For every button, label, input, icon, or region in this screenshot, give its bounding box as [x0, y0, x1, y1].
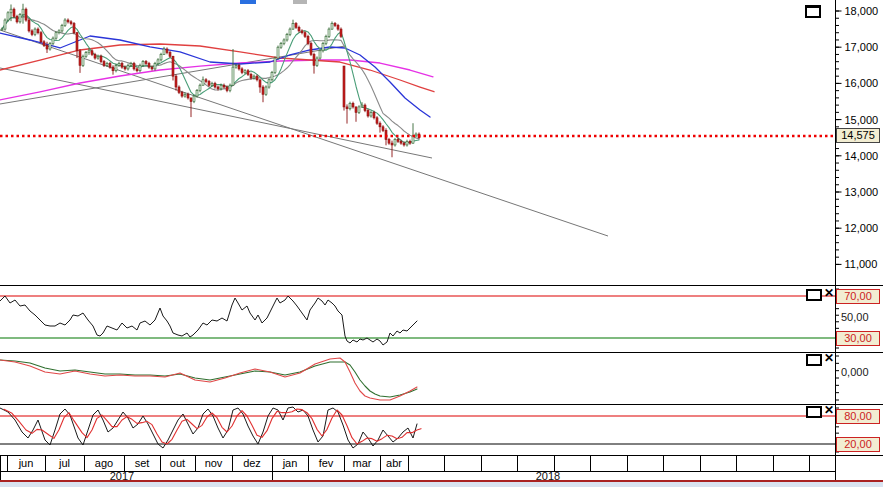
last-price-label: 14,575	[836, 128, 880, 143]
candle-body	[190, 98, 192, 102]
candle-body	[400, 141, 402, 143]
candle-body	[175, 76, 177, 87]
month-label: fev	[319, 457, 334, 469]
candle-body	[130, 63, 132, 65]
candle-body	[1, 29, 3, 30]
level-lines	[0, 136, 836, 444]
candle-body	[406, 141, 408, 145]
candle-body	[337, 25, 339, 29]
candle-body	[118, 63, 120, 65]
month-label: out	[170, 457, 185, 469]
candle-body	[304, 33, 306, 37]
candle-body	[136, 69, 138, 71]
candle-body	[148, 63, 150, 67]
candle-body	[145, 62, 147, 64]
candle-body	[58, 31, 60, 33]
chart-canvas[interactable]: 18,00017,00016,00015,00014,00013,00012,0…	[0, 0, 883, 487]
scrollbar-track-piece[interactable]	[293, 0, 307, 4]
candle-body	[328, 29, 330, 36]
candle-body	[241, 69, 243, 73]
axis-tick-label: 15,000	[845, 114, 879, 126]
stoch-maximize-icon[interactable]	[806, 406, 822, 418]
rsi-close-icon[interactable]: ✕	[822, 287, 836, 300]
candle-body	[151, 67, 153, 69]
candle-body	[298, 27, 300, 31]
month-label: ago	[95, 457, 113, 469]
candle-body	[355, 107, 357, 112]
candle-body	[217, 87, 219, 89]
candle-body	[295, 24, 297, 28]
maximize-icon[interactable]	[805, 5, 821, 18]
month-label: jul	[58, 457, 70, 469]
candle-body	[34, 29, 36, 34]
candle-body	[352, 103, 354, 107]
candle-body	[250, 74, 252, 78]
candle-body	[91, 51, 93, 55]
scrollbar-thumb[interactable]	[240, 0, 256, 4]
price-axis: 18,00017,00016,00015,00014,00013,00012,0…	[836, 5, 879, 452]
candle-body	[154, 63, 156, 68]
indicator-lines	[0, 296, 421, 448]
stoch-k-curve	[0, 407, 417, 448]
macd-maximize-icon[interactable]	[806, 354, 822, 366]
candle-body	[22, 9, 24, 14]
rsi-maximize-icon[interactable]	[806, 289, 822, 301]
candle-body	[388, 140, 390, 144]
candle-body	[409, 141, 411, 143]
candle-body	[61, 25, 63, 30]
axis-tick-label: 12,000	[845, 222, 879, 234]
axis-tick-label: 18,000	[845, 5, 879, 17]
candle-body	[313, 54, 315, 65]
window-bottom-strip	[0, 482, 883, 487]
candle-body	[283, 40, 285, 44]
candle-body	[202, 80, 204, 85]
candle-body	[343, 66, 345, 107]
candle-body	[238, 65, 240, 69]
candle-body	[25, 9, 27, 20]
candle-body	[76, 33, 78, 51]
candle-body	[208, 82, 210, 86]
month-label: dez	[243, 457, 261, 469]
candle-body	[49, 44, 51, 49]
candle-body	[187, 94, 189, 98]
candle-body	[229, 85, 231, 90]
candle-body	[43, 42, 45, 46]
month-label: set	[135, 457, 150, 469]
moving-averages	[0, 15, 434, 143]
candle-body	[94, 54, 96, 58]
candle-body	[292, 24, 294, 29]
candle-body	[211, 83, 213, 85]
candle-body	[394, 140, 396, 145]
candle-body	[16, 16, 18, 21]
stoch-upper-label: 80,00	[836, 409, 880, 424]
candle-body	[163, 49, 165, 54]
candle-body	[55, 33, 57, 38]
candle-body	[133, 63, 135, 68]
candle-body	[100, 56, 102, 61]
candle-body	[247, 71, 249, 75]
candle-body	[10, 9, 12, 13]
stoch-close-icon[interactable]: ✕	[822, 404, 836, 417]
candle-body	[271, 73, 273, 80]
month-label: abr	[386, 457, 402, 469]
candle-body	[46, 45, 48, 49]
candle-body	[391, 143, 393, 145]
candle-body	[397, 140, 399, 142]
candle-body	[31, 31, 33, 35]
candle-body	[325, 36, 327, 43]
candle-body	[268, 80, 270, 87]
macd-curve	[0, 358, 417, 400]
macd-close-icon[interactable]: ✕	[822, 352, 836, 365]
candle-body	[316, 58, 318, 65]
month-label: jun	[18, 457, 34, 469]
panel-frames	[0, 0, 883, 480]
macd-zero-label: 0,000	[841, 366, 869, 378]
candle-body	[286, 35, 288, 40]
candle-body	[307, 36, 309, 43]
candle-body	[220, 85, 222, 89]
candle-body	[97, 56, 99, 58]
candle-body	[37, 29, 39, 33]
candle-body	[265, 87, 267, 94]
rsi-lower-label: 30,00	[836, 331, 880, 346]
candle-body	[40, 33, 42, 42]
